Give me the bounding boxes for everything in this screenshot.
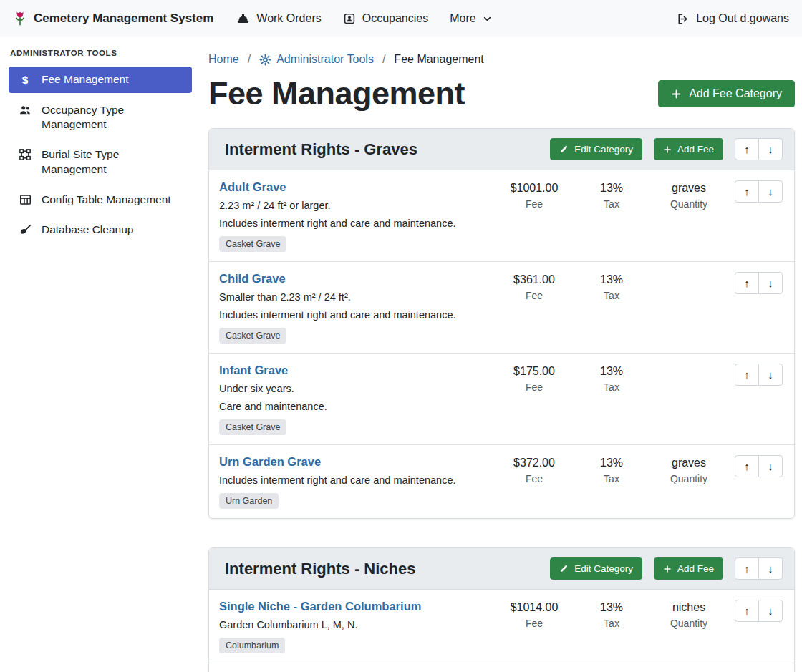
quantity-column: graves Quantity [649, 455, 728, 484]
add-fee-label: Add Fee [677, 563, 714, 574]
quantity-label: Quantity [649, 473, 728, 484]
category-actions: Edit Category Add Fee ↑ ↓ [550, 557, 783, 580]
move-fee-down-button[interactable]: ↓ [758, 180, 783, 203]
fee-label: Fee [495, 290, 574, 301]
fee-amount: $1001.00 [495, 182, 574, 195]
fee-column: $372.00 Fee [495, 455, 574, 484]
sidebar-item-label: Burial Site Type Management [42, 147, 185, 176]
breadcrumb-home-link[interactable]: Home [208, 53, 239, 66]
tax-label: Tax [579, 473, 644, 484]
fee-type-badge: Casket Grave [219, 419, 286, 435]
nav-work-orders[interactable]: Work Orders [236, 12, 321, 26]
add-fee-button[interactable]: Add Fee [654, 557, 723, 580]
move-fee-up-button[interactable]: ↑ [735, 272, 759, 294]
nav-occupancies-label: Occupancies [362, 12, 429, 25]
nav-more[interactable]: More [450, 12, 491, 25]
plus-icon [663, 145, 672, 154]
fee-type-badge: Casket Grave [219, 328, 286, 344]
tax-label: Tax [579, 618, 644, 629]
down-arrow-icon: ↓ [768, 563, 773, 575]
quantity-unit: graves [649, 182, 728, 195]
fee-name-link[interactable]: Child Grave [219, 272, 286, 286]
edit-category-button[interactable]: Edit Category [550, 138, 642, 160]
category-reorder-group: ↑ ↓ [735, 557, 783, 580]
dollar-icon: $ [17, 73, 33, 87]
edit-category-button[interactable]: Edit Category [550, 557, 642, 580]
fee-reorder-group: ↑ ↓ [735, 600, 783, 622]
tax-amount: 13% [579, 365, 644, 378]
move-fee-up-button[interactable]: ↑ [735, 455, 759, 477]
quantity-column [649, 364, 728, 365]
pencil-icon [559, 145, 569, 154]
sidebar-item-database-cleanup[interactable]: Database Cleanup [9, 217, 192, 243]
down-arrow-icon: ↓ [768, 143, 773, 155]
fee-amount: $1014.00 [495, 601, 574, 614]
quantity-column: graves Quantity [649, 180, 728, 210]
brand-title: Cemetery Management System [34, 11, 213, 26]
brand[interactable]: Cemetery Management System [13, 9, 213, 28]
tax-column: 13% Tax [579, 364, 644, 393]
down-arrow-icon: ↓ [768, 605, 773, 617]
sidebar: Administrator Tools $ Fee Management Occ… [0, 37, 200, 672]
chevron-down-icon [483, 14, 492, 24]
move-fee-down-button[interactable]: ↓ [758, 600, 783, 622]
fee-reorder-group: ↑ ↓ [735, 180, 783, 203]
fee-name-link[interactable]: Infant Grave [219, 364, 288, 377]
move-fee-up-button[interactable]: ↑ [735, 364, 759, 386]
fee-row: Infant Grave Under six years.Care and ma… [209, 354, 794, 445]
categories: Interment Rights - Graves Edit Category … [208, 128, 795, 672]
add-fee-button[interactable]: Add Fee [654, 138, 723, 160]
tax-label: Tax [579, 381, 644, 393]
nav-work-orders-label: Work Orders [256, 12, 321, 25]
sidebar-item-config-table-management[interactable]: Config Table Management [9, 187, 192, 213]
tax-label: Tax [579, 198, 644, 210]
move-fee-up-button[interactable]: ↑ [735, 180, 759, 203]
sidebar-item-label: Occupancy Type Management [42, 103, 185, 132]
move-category-up-button[interactable]: ↑ [735, 557, 759, 580]
broom-icon [17, 223, 33, 237]
sidebar-item-burial-site-type-management[interactable]: Burial Site Type Management [9, 142, 192, 182]
hard-hat-icon [236, 12, 250, 26]
logout-label: Log Out d.gowans [696, 12, 789, 25]
category-header: Interment Rights - Graves Edit Category … [209, 129, 794, 170]
fee-main: Urn Garden Grave Includes interment righ… [219, 455, 489, 509]
move-category-down-button[interactable]: ↓ [758, 557, 783, 580]
fee-description: Smaller than 2.23 m² / 24 ft². [219, 291, 489, 303]
fee-main: Child Grave Smaller than 2.23 m² / 24 ft… [219, 272, 489, 344]
page-layout: Administrator Tools $ Fee Management Occ… [0, 37, 802, 672]
tax-amount: 13% [579, 601, 644, 614]
sidebar-item-label: Database Cleanup [42, 223, 133, 237]
tax-amount: 13% [579, 457, 644, 469]
sidebar-item-fee-management[interactable]: $ Fee Management [9, 67, 192, 93]
up-arrow-icon: ↑ [744, 143, 750, 155]
category-actions: Edit Category Add Fee ↑ ↓ [550, 138, 783, 160]
fee-name-link[interactable]: Adult Grave [219, 180, 286, 194]
fee-label: Fee [495, 381, 574, 393]
fee-descriptions: Includes interment right and care and ma… [219, 474, 489, 486]
sidebar-heading: Administrator Tools [10, 49, 190, 57]
move-fee-up-button[interactable]: ↑ [735, 600, 759, 622]
move-fee-down-button[interactable]: ↓ [758, 364, 783, 386]
nav-occupancies[interactable]: Occupancies [343, 12, 429, 25]
fee-amount: $175.00 [495, 365, 574, 378]
pencil-icon [559, 564, 569, 573]
move-fee-down-button[interactable]: ↓ [758, 272, 783, 294]
move-fee-down-button[interactable]: ↓ [758, 455, 783, 477]
logout-button[interactable]: Log Out d.gowans [676, 12, 789, 26]
breadcrumb-separator: / [382, 53, 385, 66]
breadcrumb-current: Fee Management [394, 53, 483, 66]
sidebar-item-occupancy-type-management[interactable]: Occupancy Type Management [9, 97, 192, 137]
tax-amount: 13% [579, 273, 644, 286]
move-category-down-button[interactable]: ↓ [758, 138, 783, 160]
fee-name-link[interactable]: Single Niche - Garden Columbarium [219, 600, 421, 613]
breadcrumb-admin-tools-link[interactable]: Administrator Tools [259, 53, 374, 66]
fee-amount: $372.00 [495, 457, 574, 469]
edit-category-label: Edit Category [574, 563, 633, 574]
table-icon [17, 193, 33, 206]
fee-reorder-group: ↑ ↓ [735, 364, 783, 386]
add-fee-category-button[interactable]: Add Fee Category [658, 80, 795, 107]
tax-amount: 13% [579, 182, 644, 195]
fee-amount: $361.00 [495, 273, 574, 286]
fee-name-link[interactable]: Urn Garden Grave [219, 455, 321, 469]
move-category-up-button[interactable]: ↑ [735, 138, 759, 160]
